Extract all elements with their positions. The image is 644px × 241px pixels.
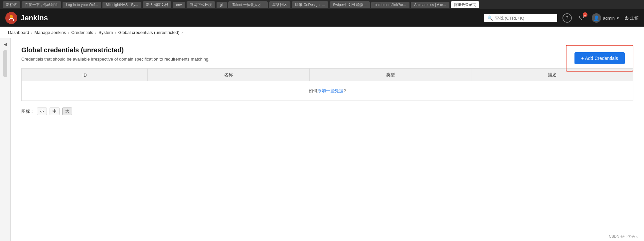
tab-oxford[interactable]: Log in to your Oxf... — [63, 2, 101, 8]
tab-italent[interactable]: iTalent 一体化人才... — [228, 1, 268, 8]
user-menu[interactable]: 👤 admin ▾ — [592, 13, 619, 23]
tab-animate[interactable]: Animate.css | A cr... — [411, 2, 449, 8]
col-type: 类型 — [309, 69, 471, 82]
sidebar-scrollbar[interactable] — [3, 50, 7, 77]
breadcrumb-sep-4: › — [115, 30, 116, 35]
logout-icon: ⏻ — [624, 16, 629, 21]
icon-size-medium[interactable]: 中 — [50, 108, 60, 115]
user-avatar: 👤 — [592, 13, 601, 23]
breadcrumb-sep-2: › — [68, 30, 69, 35]
breadcrumb-manage-jenkins[interactable]: Manage Jenkins — [35, 30, 66, 35]
icon-size-large[interactable]: 大 — [62, 108, 72, 115]
tab-official[interactable]: 官网正式环境 — [187, 1, 215, 8]
icon-size-label: 图标： — [21, 109, 34, 115]
tab-baidu[interactable]: 百度一下，你就知道 — [22, 1, 61, 8]
username-label: admin — [603, 16, 615, 21]
page-title: Global credentials (unrestricted) — [21, 46, 633, 54]
sidebar: ◀ — [0, 38, 11, 241]
add-credentials-panel: + Add Credentials — [566, 45, 633, 72]
logout-label: 注销 — [630, 15, 639, 21]
credentials-table: ID 名称 类型 描述 如何添加一些凭据? — [21, 68, 633, 101]
tab-git[interactable]: git — [217, 2, 227, 8]
page-layout: ◀ Global credentials (unrestricted) Cred… — [0, 38, 644, 241]
security-badge: 1 — [583, 12, 587, 17]
jenkins-title: Jenkins — [21, 14, 48, 22]
search-box[interactable]: 🔍 — [484, 14, 557, 22]
search-icon: 🔍 — [487, 15, 493, 21]
jenkins-logo-icon — [5, 12, 17, 24]
jenkins-navbar: Jenkins 🔍 ? 🛡 1 👤 admin ▾ ⏻ 注销 — [0, 9, 644, 27]
tab-aliyun[interactable]: 阿里云登录页 — [451, 1, 479, 8]
search-input[interactable] — [495, 16, 554, 21]
breadcrumb: Dashboard › Manage Jenkins › Credentials… — [0, 27, 644, 38]
tab-new[interactable]: 新标签 — [3, 1, 20, 8]
browser-tab-bar: 新标签 百度一下，你就知道 Log in to your Oxf... Mile… — [0, 0, 644, 9]
tab-swiper[interactable]: Swiper中文网-轮播... — [330, 1, 370, 8]
add-credentials-link[interactable]: 添加一些凭据 — [317, 88, 343, 93]
icon-size-small[interactable]: 小 — [37, 108, 47, 115]
user-dropdown-icon: ▾ — [617, 16, 619, 21]
page-footer: CSDN @小吴头大 — [604, 232, 644, 241]
sidebar-toggle[interactable]: ◀ — [2, 41, 9, 48]
breadcrumb-sep-1: › — [31, 30, 33, 35]
page-description: Credentials that should be available irr… — [21, 57, 633, 62]
add-credentials-button[interactable]: + Add Credentials — [574, 52, 625, 64]
empty-suffix: ? — [343, 88, 346, 93]
col-id: ID — [22, 69, 148, 82]
svg-point-0 — [10, 15, 13, 18]
icon-size-row: 图标： 小 中 大 — [21, 108, 633, 115]
security-button[interactable]: 🛡 1 — [577, 13, 586, 23]
footer-text: CSDN @小吴头大 — [609, 234, 639, 238]
breadcrumb-sep-3: › — [95, 30, 96, 35]
empty-prefix: 如何 — [309, 88, 317, 93]
tab-guide[interactable]: 新人指南文档 — [143, 1, 171, 8]
table-empty-row: 如何添加一些凭据? — [22, 81, 633, 101]
breadcrumb-system[interactable]: System — [98, 30, 113, 35]
table-empty-cell: 如何添加一些凭据? — [22, 81, 633, 101]
breadcrumb-dashboard[interactable]: Dashboard — [8, 30, 29, 35]
help-button[interactable]: ? — [563, 13, 572, 23]
breadcrumb-credentials[interactable]: Credentials — [71, 30, 93, 35]
breadcrumb-sep-5: › — [182, 30, 183, 35]
tab-codesign[interactable]: 腾讯 CoDesign -... — [292, 1, 328, 8]
breadcrumb-current: Global credentials (unrestricted) — [118, 30, 179, 35]
tab-milesight[interactable]: MilesightNAS - Sy... — [102, 2, 141, 8]
tab-baidu2[interactable]: baidu.com/link?ur... — [371, 2, 409, 8]
tab-env[interactable]: env — [173, 2, 185, 8]
jenkins-logo[interactable]: Jenkins — [5, 12, 48, 24]
logout-button[interactable]: ⏻ 注销 — [624, 15, 639, 21]
col-name: 名称 — [148, 69, 310, 82]
main-content: Global credentials (unrestricted) Creden… — [11, 38, 644, 241]
tab-xingzong[interactable]: 星纵社区 — [269, 1, 290, 8]
